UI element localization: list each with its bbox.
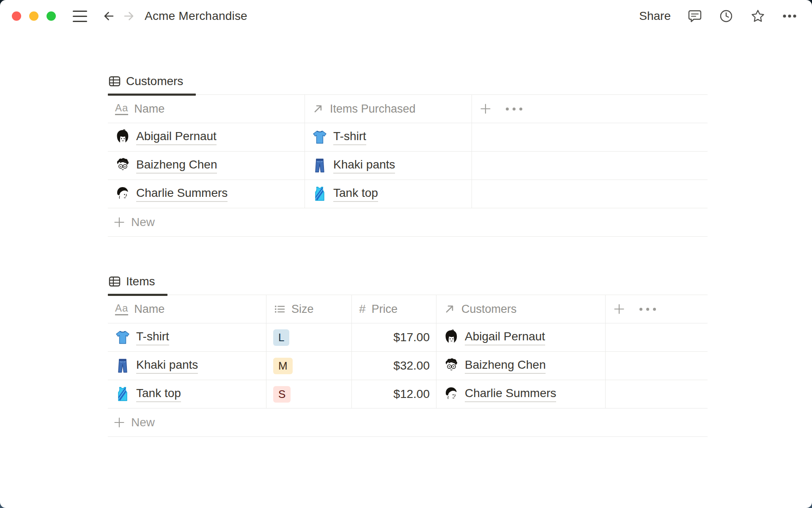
jeans-icon (115, 358, 131, 374)
cell-customer-name: Abigail Pernaut (108, 123, 305, 151)
customers-view-tabs: Customers (108, 68, 708, 95)
plus-icon (113, 216, 126, 229)
price-value: $17.00 (393, 331, 430, 344)
cell-price[interactable]: $12.00 (352, 380, 436, 408)
column-header-price[interactable]: # Price (352, 295, 436, 323)
price-value: $32.00 (393, 359, 430, 373)
table-options-icon[interactable] (506, 108, 522, 110)
close-window-button[interactable] (12, 11, 21, 21)
price-value: $12.00 (393, 387, 430, 401)
cell-item-name: Tank top (108, 380, 266, 408)
minimize-window-button[interactable] (29, 11, 38, 21)
cell-price[interactable]: $32.00 (352, 352, 436, 380)
items-header-actions (606, 295, 708, 323)
relation-link[interactable]: Baizheng Chen (465, 358, 546, 374)
sidebar-menu-icon[interactable] (73, 11, 87, 22)
charlie-avatar (115, 186, 131, 202)
plus-icon (113, 416, 126, 429)
items-new-row-button[interactable]: New (108, 409, 708, 437)
customers-database: Customers Aa Name Items Purchased (108, 68, 708, 237)
size-tag: M (273, 358, 293, 374)
page-link[interactable]: Khaki pants (136, 358, 198, 374)
text-property-icon: Aa (115, 303, 128, 315)
page-link[interactable]: Tank top (136, 387, 181, 402)
cell-size[interactable]: M (266, 352, 352, 380)
favorite-star-button[interactable] (750, 8, 765, 24)
tab-label: Customers (126, 75, 183, 88)
column-header-name[interactable]: Aa Name (108, 95, 305, 123)
relation-link[interactable]: T-shirt (333, 130, 366, 145)
abigail-avatar (443, 329, 459, 345)
cell-customer-name: Baizheng Chen (108, 152, 305, 179)
baizheng-avatar (115, 157, 131, 174)
relation-property-icon (312, 103, 324, 115)
page-link[interactable]: Baizheng Chen (136, 158, 217, 174)
history-clock-button[interactable] (719, 9, 733, 23)
text-property-icon: Aa (115, 103, 128, 115)
cell-customer-name: Charlie Summers (108, 180, 305, 208)
table-row: Khaki pants M $32.00 Baizheng Chen (108, 352, 708, 380)
table-row: Tank top S $12.00 Charlie Summers (108, 380, 708, 409)
forward-button[interactable] (123, 10, 135, 22)
page-link[interactable]: T-shirt (136, 330, 169, 345)
tab-items-table-view[interactable]: Items (108, 268, 167, 295)
column-header-items-purchased[interactable]: Items Purchased (305, 95, 472, 123)
page-link[interactable]: Abigail Pernaut (136, 130, 217, 145)
comments-button[interactable] (688, 9, 702, 23)
customers-header-actions (472, 95, 708, 123)
table-row: Abigail Pernaut T-shirt (108, 123, 708, 152)
traffic-lights (12, 11, 56, 21)
zoom-window-button[interactable] (47, 11, 56, 21)
table-options-icon[interactable] (639, 308, 656, 311)
cell-customers: Charlie Summers (436, 380, 606, 408)
column-label: Name (134, 303, 165, 316)
cell-item-name: Khaki pants (108, 352, 266, 380)
relation-link[interactable]: Charlie Summers (465, 387, 556, 402)
page-title[interactable]: Acme Merchandise (145, 9, 247, 23)
column-header-customers[interactable]: Customers (436, 295, 606, 323)
table-row: T-shirt L $17.00 Abigail Pernaut (108, 323, 708, 352)
column-label: Name (134, 102, 165, 116)
column-header-name[interactable]: Aa Name (108, 295, 266, 323)
back-button[interactable] (102, 10, 115, 22)
relation-link[interactable]: Khaki pants (333, 158, 395, 174)
cell-empty (606, 352, 708, 380)
cell-size[interactable]: L (266, 323, 352, 351)
share-button[interactable]: Share (639, 9, 671, 23)
cell-empty (472, 180, 708, 208)
charlie-avatar (443, 386, 459, 402)
add-column-icon[interactable] (613, 303, 625, 315)
cell-price[interactable]: $17.00 (352, 323, 436, 351)
more-options-button[interactable] (782, 14, 797, 18)
column-header-size[interactable]: Size (266, 295, 352, 323)
size-tag: L (273, 329, 289, 346)
cell-empty (606, 323, 708, 351)
page-link[interactable]: Charlie Summers (136, 186, 228, 202)
column-label: Price (372, 303, 398, 316)
table-row: Baizheng Chen Khaki pants (108, 152, 708, 180)
jeans-icon (312, 157, 328, 174)
cell-customers: Baizheng Chen (436, 352, 606, 380)
cell-customers: Abigail Pernaut (436, 323, 606, 351)
relation-link[interactable]: Tank top (333, 186, 378, 202)
column-label: Size (291, 303, 314, 316)
size-tag: S (273, 386, 291, 403)
tshirt-icon (115, 329, 131, 345)
tanktop-icon (312, 186, 328, 202)
items-table-header: Aa Name Size # Price Customers (108, 295, 708, 323)
customers-new-row-button[interactable]: New (108, 208, 708, 237)
select-property-icon (274, 303, 285, 315)
cell-items-purchased: Tank top (305, 180, 472, 208)
app-window: Acme Merchandise Share (0, 0, 812, 508)
relation-link[interactable]: Abigail Pernaut (465, 330, 545, 345)
new-row-label: New (131, 215, 155, 229)
tab-label: Items (126, 275, 155, 288)
customers-table-header: Aa Name Items Purchased (108, 95, 708, 123)
tab-customers-table-view[interactable]: Customers (108, 68, 196, 94)
cell-empty (472, 123, 708, 151)
column-label: Customers (461, 303, 517, 316)
number-property-icon: # (359, 302, 366, 316)
tanktop-icon (115, 386, 131, 402)
add-column-icon[interactable] (479, 102, 492, 115)
cell-size[interactable]: S (266, 380, 352, 408)
